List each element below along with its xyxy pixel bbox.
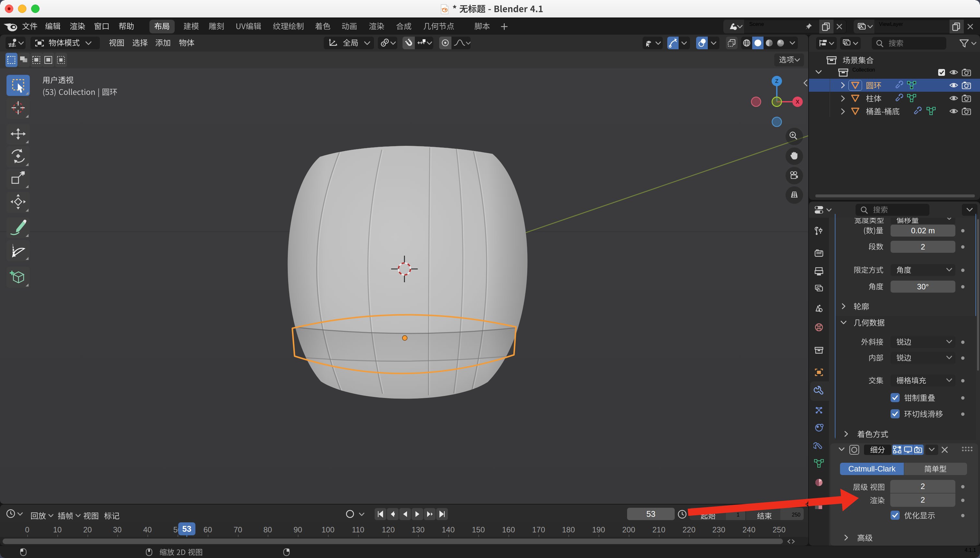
- svg-text:Z: Z: [775, 78, 778, 84]
- svg-text:X: X: [796, 99, 799, 105]
